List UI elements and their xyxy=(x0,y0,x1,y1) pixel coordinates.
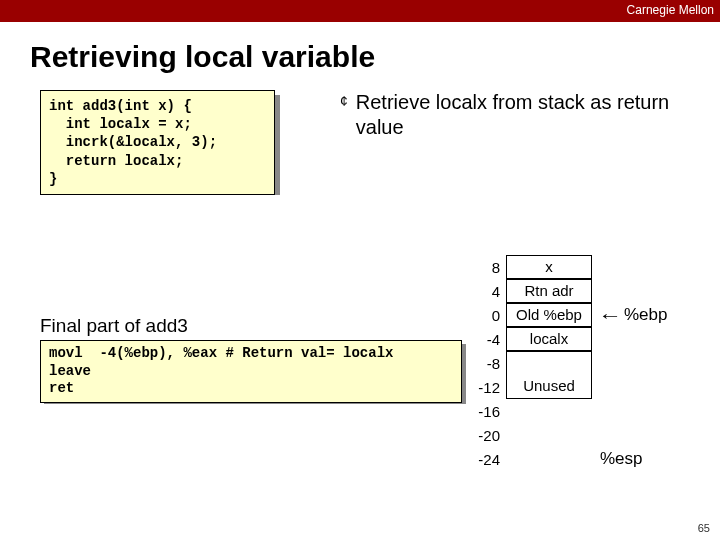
ptr-label: %ebp xyxy=(624,305,667,325)
brand-bar: Carnegie Mellon xyxy=(0,0,720,22)
brand-text: Carnegie Mellon xyxy=(627,3,714,17)
c-code-box: int add3(int x) { int localx = x; incrk(… xyxy=(40,90,275,195)
stack-diagram: 8 x 4 Rtn adr 0 Old %ebp ← %ebp -4 local… xyxy=(472,255,667,471)
offset: -12 xyxy=(472,379,504,396)
stack-cell: localx xyxy=(506,327,592,351)
offset: -8 xyxy=(472,355,504,372)
asm-code-box: movl -4(%ebp), %eax # Return val= localx… xyxy=(40,340,462,403)
bullet-block: ¢ Retrieve localx from stack as return v… xyxy=(340,90,720,140)
offset: -20 xyxy=(472,427,504,444)
stack-cell: Old %ebp xyxy=(506,303,592,327)
offset: -16 xyxy=(472,403,504,420)
bullet-text: Retrieve localx from stack as return val… xyxy=(356,90,720,140)
subheading: Final part of add3 xyxy=(40,315,188,337)
bullet-icon: ¢ xyxy=(340,93,348,140)
arrow-left-icon: ← xyxy=(598,304,622,327)
page-number: 65 xyxy=(698,522,710,534)
ptr-label: %esp xyxy=(600,449,643,469)
offset: 0 xyxy=(472,307,504,324)
c-code: int add3(int x) { int localx = x; incrk(… xyxy=(40,90,275,195)
stack-cell xyxy=(506,351,592,375)
asm-code: movl -4(%ebp), %eax # Return val= localx… xyxy=(40,340,462,403)
offset: -4 xyxy=(472,331,504,348)
stack-cell: Unused xyxy=(506,375,592,399)
stack-cell-empty xyxy=(506,423,592,447)
esp-pointer: %esp xyxy=(600,449,643,469)
stack-cell: x xyxy=(506,255,592,279)
offset: 4 xyxy=(472,283,504,300)
offset: -24 xyxy=(472,451,504,468)
slide-title: Retrieving local variable xyxy=(30,40,720,74)
stack-cell-empty xyxy=(506,447,592,471)
stack-cell: Rtn adr xyxy=(506,279,592,303)
stack-cell-empty xyxy=(506,399,592,423)
offset: 8 xyxy=(472,259,504,276)
ebp-pointer: ← %ebp xyxy=(600,304,667,327)
